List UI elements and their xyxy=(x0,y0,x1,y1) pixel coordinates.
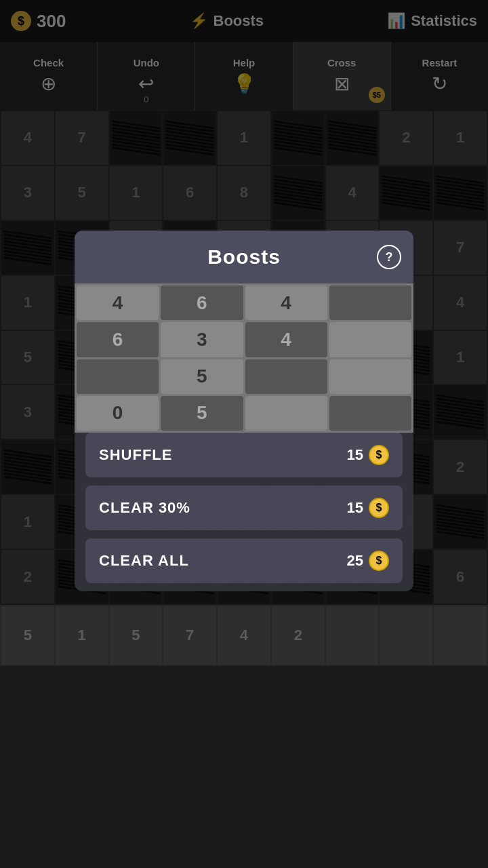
preview-cell: 4 xyxy=(245,322,327,357)
shuffle-boost-button[interactable]: SHUFFLE 15 $ xyxy=(85,433,403,477)
clear30-cost: 15 $ xyxy=(347,498,389,518)
preview-cell xyxy=(329,359,411,394)
preview-cell: 0 xyxy=(77,396,159,431)
preview-cell xyxy=(245,396,327,431)
clearall-coin-icon: $ xyxy=(369,551,389,571)
shuffle-label: SHUFFLE xyxy=(99,446,172,464)
clear30-label: CLEAR 30% xyxy=(99,499,190,517)
preview-cell xyxy=(329,285,411,320)
preview-cell xyxy=(245,359,327,394)
clearall-boost-button[interactable]: CLEAR ALL 25 $ xyxy=(85,538,403,583)
clear30-coin-icon: $ xyxy=(369,498,389,518)
preview-cell: 6 xyxy=(77,322,159,357)
modal-header: Boosts ? xyxy=(75,231,413,283)
shuffle-cost: 15 $ xyxy=(347,445,389,465)
preview-cell: 5 xyxy=(161,359,243,394)
shuffle-coin-icon: $ xyxy=(369,445,389,465)
preview-cell xyxy=(329,396,411,431)
boosts-modal: Boosts ? 464634505 SHUFFLE 15 $ CLEAR 30… xyxy=(75,231,413,591)
preview-cell xyxy=(77,359,159,394)
preview-cell: 5 xyxy=(161,396,243,431)
preview-cell: 3 xyxy=(161,322,243,357)
shuffle-cost-value: 15 xyxy=(347,446,363,464)
modal-title: Boosts xyxy=(207,245,281,269)
clear30-cost-value: 15 xyxy=(347,499,363,517)
clear30-boost-button[interactable]: CLEAR 30% 15 $ xyxy=(85,486,403,530)
help-question-icon: ? xyxy=(386,250,393,264)
modal-help-button[interactable]: ? xyxy=(377,245,401,269)
preview-cell: 6 xyxy=(161,285,243,320)
preview-cell: 4 xyxy=(77,285,159,320)
clearall-label: CLEAR ALL xyxy=(99,552,189,570)
modal-preview: 464634505 xyxy=(75,283,413,433)
preview-cell xyxy=(329,322,411,357)
clearall-cost-value: 25 xyxy=(347,552,363,570)
clearall-cost: 25 $ xyxy=(347,551,389,571)
preview-cell: 4 xyxy=(245,285,327,320)
